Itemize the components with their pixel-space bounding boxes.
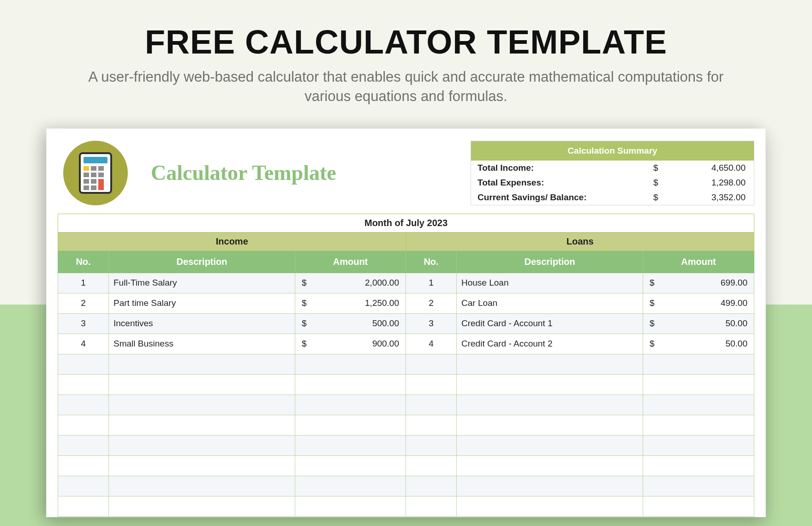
spreadsheet: Calculator Template Calculation Summary … bbox=[46, 128, 766, 517]
cell-no[interactable]: 1 bbox=[58, 273, 109, 293]
cell-desc[interactable]: House Loan bbox=[457, 273, 643, 293]
cell-amount[interactable] bbox=[643, 354, 754, 374]
cell-desc[interactable] bbox=[457, 456, 643, 476]
cell-desc[interactable] bbox=[109, 395, 295, 415]
cell-no[interactable] bbox=[406, 476, 457, 496]
cell-desc[interactable] bbox=[109, 456, 295, 476]
cell-amount[interactable]: $50.00 bbox=[643, 334, 754, 354]
cell-amount[interactable]: $699.00 bbox=[643, 273, 754, 293]
cell-no[interactable] bbox=[406, 375, 457, 394]
svg-rect-8 bbox=[84, 179, 89, 184]
section-income: Income bbox=[58, 233, 406, 251]
table-row bbox=[58, 375, 754, 395]
table-row: 4Small Business$900.004Credit Card - Acc… bbox=[58, 334, 754, 354]
cell-amount[interactable] bbox=[295, 354, 406, 374]
cell-desc[interactable] bbox=[109, 476, 295, 496]
cell-desc[interactable]: Incentives bbox=[109, 314, 295, 334]
cell-no[interactable] bbox=[406, 436, 457, 455]
summary-label: Current Savings/ Balance: bbox=[478, 192, 653, 203]
cell-desc[interactable] bbox=[109, 354, 295, 374]
cell-desc[interactable] bbox=[457, 415, 643, 435]
sheet-header-row: Calculator Template Calculation Summary … bbox=[58, 141, 754, 205]
cell-amount[interactable] bbox=[643, 476, 754, 496]
cell-amount[interactable] bbox=[643, 496, 754, 516]
table-header: No. Description Amount No. Description A… bbox=[58, 251, 754, 273]
cell-no[interactable] bbox=[406, 456, 457, 476]
cell-desc[interactable] bbox=[109, 496, 295, 516]
month-label: Month of July 2023 bbox=[58, 214, 754, 233]
cell-no[interactable] bbox=[406, 395, 457, 415]
cell-no[interactable] bbox=[58, 476, 109, 496]
cell-amount[interactable]: $2,000.00 bbox=[295, 273, 406, 293]
cell-desc[interactable]: Car Loan bbox=[457, 293, 643, 313]
cell-desc[interactable]: Credit Card - Account 1 bbox=[457, 314, 643, 334]
table-row: 1Full-Time Salary$2,000.001House Loan$69… bbox=[58, 273, 754, 293]
table-body: 1Full-Time Salary$2,000.001House Loan$69… bbox=[58, 273, 754, 517]
cell-no[interactable] bbox=[406, 496, 457, 516]
table-row bbox=[58, 415, 754, 436]
cell-amount[interactable]: $50.00 bbox=[643, 314, 754, 334]
cell-amount[interactable] bbox=[295, 436, 406, 455]
cell-no[interactable]: 1 bbox=[406, 273, 457, 293]
cell-no[interactable] bbox=[406, 415, 457, 435]
svg-rect-12 bbox=[91, 185, 96, 190]
summary-label: Total Income: bbox=[478, 163, 653, 173]
cell-no[interactable] bbox=[58, 496, 109, 516]
summary-label: Total Expenses: bbox=[478, 178, 653, 188]
cell-desc[interactable] bbox=[109, 436, 295, 455]
cell-desc[interactable]: Credit Card - Account 2 bbox=[457, 334, 643, 354]
cell-desc[interactable] bbox=[457, 436, 643, 455]
cell-amount[interactable] bbox=[295, 395, 406, 415]
cell-amount[interactable]: $500.00 bbox=[295, 314, 406, 334]
cell-amount[interactable] bbox=[643, 375, 754, 394]
cell-amount[interactable] bbox=[295, 496, 406, 516]
cell-amount[interactable] bbox=[643, 436, 754, 455]
cell-amount[interactable] bbox=[295, 415, 406, 435]
cell-amount[interactable] bbox=[295, 456, 406, 476]
cell-desc[interactable] bbox=[109, 415, 295, 435]
summary-currency: $ bbox=[653, 178, 672, 188]
cell-no[interactable] bbox=[58, 456, 109, 476]
cell-desc[interactable] bbox=[109, 375, 295, 394]
table-row bbox=[58, 476, 754, 496]
cell-amount[interactable]: $499.00 bbox=[643, 293, 754, 313]
cell-desc[interactable] bbox=[457, 496, 643, 516]
cell-amount[interactable] bbox=[643, 456, 754, 476]
section-loans: Loans bbox=[406, 233, 754, 251]
cell-no[interactable]: 4 bbox=[58, 334, 109, 354]
svg-rect-9 bbox=[91, 179, 96, 184]
cell-no[interactable] bbox=[58, 395, 109, 415]
cell-amount[interactable] bbox=[295, 375, 406, 394]
cell-no[interactable] bbox=[58, 436, 109, 455]
cell-amount[interactable]: $900.00 bbox=[295, 334, 406, 354]
summary-row-expenses: Total Expenses: $ 1,298.00 bbox=[471, 175, 754, 190]
cell-no[interactable]: 2 bbox=[58, 293, 109, 313]
cell-desc[interactable]: Small Business bbox=[109, 334, 295, 354]
cell-desc[interactable] bbox=[457, 375, 643, 394]
cell-no[interactable] bbox=[58, 415, 109, 435]
cell-amount[interactable]: $1,250.00 bbox=[295, 293, 406, 313]
cell-desc[interactable] bbox=[457, 354, 643, 374]
table-row bbox=[58, 436, 754, 456]
summary-currency: $ bbox=[653, 192, 672, 203]
table-row: 3Incentives$500.003Credit Card - Account… bbox=[58, 314, 754, 334]
svg-rect-10 bbox=[98, 179, 104, 190]
cell-no[interactable] bbox=[58, 354, 109, 374]
cell-amount[interactable] bbox=[295, 476, 406, 496]
cell-desc[interactable] bbox=[457, 476, 643, 496]
cell-amount[interactable] bbox=[643, 415, 754, 435]
cell-desc[interactable]: Full-Time Salary bbox=[109, 273, 295, 293]
calculator-icon bbox=[63, 141, 128, 205]
cell-no[interactable]: 2 bbox=[406, 293, 457, 313]
cell-amount[interactable] bbox=[643, 395, 754, 415]
cell-no[interactable] bbox=[406, 354, 457, 374]
cell-no[interactable]: 3 bbox=[406, 314, 457, 334]
cell-desc[interactable]: Part time Salary bbox=[109, 293, 295, 313]
cell-no[interactable] bbox=[58, 375, 109, 394]
header-amount: Amount bbox=[643, 251, 754, 273]
cell-no[interactable]: 4 bbox=[406, 334, 457, 354]
svg-rect-2 bbox=[84, 166, 89, 171]
summary-value: 4,650.00 bbox=[672, 163, 746, 173]
cell-no[interactable]: 3 bbox=[58, 314, 109, 334]
cell-desc[interactable] bbox=[457, 395, 643, 415]
